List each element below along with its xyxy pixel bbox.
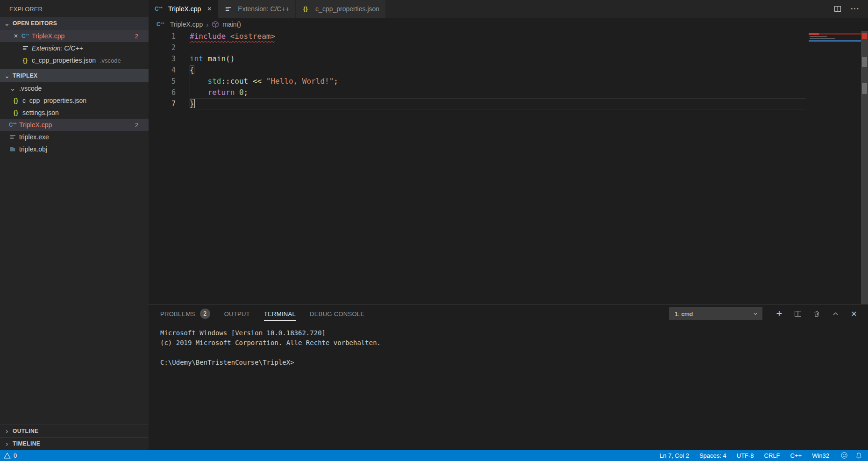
chevron-down-icon: ⌄ <box>3 73 11 78</box>
new-terminal-icon[interactable]: + <box>770 307 789 320</box>
line-number: 3 <box>149 53 176 65</box>
code-line[interactable]: 1#include <iostream> <box>149 31 806 42</box>
split-terminal-icon[interactable] <box>789 307 807 320</box>
line-number: 2 <box>149 42 176 53</box>
code-line[interactable]: 6 return 0; <box>149 87 806 98</box>
kill-terminal-icon[interactable] <box>807 307 826 320</box>
timeline-label: TIMELINE <box>13 440 40 447</box>
sidebar-bottom-sections: › OUTLINE › TIMELINE <box>0 425 149 450</box>
status-encoding[interactable]: UTF-8 <box>737 452 754 459</box>
problems-status[interactable]: 0 <box>4 452 17 459</box>
panel-tab-terminal[interactable]: TERMINAL <box>264 304 296 323</box>
outline-label: OUTLINE <box>13 428 38 434</box>
line-number: 5 <box>149 76 176 87</box>
status-eol[interactable]: CRLF <box>764 452 780 459</box>
file-name: c_cpp_properties.json <box>22 97 86 104</box>
feedback-smiley-icon[interactable] <box>840 452 848 459</box>
symbol-cube-icon <box>212 21 219 28</box>
panel-header: PROBLEMS2OUTPUTTERMINALDEBUG CONSOLE 1: … <box>149 304 868 323</box>
tab-label: TripleX.cpp <box>168 5 201 13</box>
tree-file[interactable]: triplex.exe <box>0 131 149 143</box>
editor-tab[interactable]: Extension: C/C++ <box>218 0 296 18</box>
timeline-section[interactable]: › TIMELINE <box>0 437 149 450</box>
status-indentation[interactable]: Spaces: 4 <box>699 452 726 459</box>
line-content: } <box>176 98 195 109</box>
code-line[interactable]: 2 <box>149 42 806 53</box>
bottom-panel: PROBLEMS2OUTPUTTERMINALDEBUG CONSOLE 1: … <box>149 304 868 450</box>
status-bar: 0 Ln 7, Col 2Spaces: 4UTF-8CRLFC++Win32 <box>0 450 868 461</box>
cpp-file-icon: C++ <box>155 6 162 12</box>
breadcrumb: C++ TripleX.cpp › main() <box>149 18 868 31</box>
open-editor-item[interactable]: ✕C++TripleX.cpp2 <box>0 30 149 42</box>
file-path-hint: .vscode <box>100 57 121 64</box>
outline-section[interactable]: › OUTLINE <box>0 425 149 437</box>
overview-ruler[interactable] <box>861 31 868 304</box>
cpp-file-icon: C++ <box>21 33 29 39</box>
close-icon[interactable]: ✕ <box>13 33 19 39</box>
code-line[interactable]: 5 std::cout << "Hello, World!"; <box>149 76 806 87</box>
tree-folder[interactable]: ⌄.vscode <box>0 82 149 94</box>
editor-area: C++TripleX.cpp✕Extension: C/C++{}c_cpp_p… <box>149 0 868 450</box>
maximize-panel-icon[interactable] <box>826 307 845 320</box>
problems-count-badge: 2 <box>200 309 210 319</box>
open-editors-list: ✕C++TripleX.cpp2✕Extension: C/C++✕{}c_cp… <box>0 30 149 66</box>
code-line[interactable]: 4{ <box>149 65 806 76</box>
code-line[interactable]: 3int main() <box>149 53 806 65</box>
terminal-line: (c) 2019 Microsoft Corporation. Alle Rec… <box>160 338 868 348</box>
chevron-right-icon: › <box>4 440 10 447</box>
json-file-icon: {} <box>302 6 309 12</box>
line-content: int main() <box>176 53 235 65</box>
chevron-down-icon: ⌄ <box>9 86 16 91</box>
panel-tab-debug-console[interactable]: DEBUG CONSOLE <box>310 304 364 323</box>
exe-file-icon <box>9 134 16 141</box>
tab-bar: C++TripleX.cpp✕Extension: C/C++{}c_cpp_p… <box>149 0 868 18</box>
tree-file[interactable]: triplex.obj <box>0 143 149 155</box>
panel-tab-problems[interactable]: PROBLEMS2 <box>160 304 210 323</box>
close-icon[interactable]: ✕ <box>207 6 212 12</box>
terminal-line <box>160 348 868 358</box>
breadcrumb-file[interactable]: TripleX.cpp <box>170 21 203 28</box>
warning-count: 0 <box>14 452 17 459</box>
terminal-line: C:\Udemy\BenTristenCourse\TripleX> <box>160 358 868 367</box>
code-editor[interactable]: 1#include <iostream>23int main()4{5 std:… <box>149 31 868 304</box>
more-actions-icon[interactable]: ··· <box>851 5 860 13</box>
indent-guide <box>190 76 190 98</box>
json-file-icon: {} <box>12 97 20 104</box>
tree-file[interactable]: {}c_cpp_properties.json <box>0 94 149 107</box>
minimap[interactable] <box>809 31 861 87</box>
open-editor-item[interactable]: ✕Extension: C/C++ <box>0 42 149 54</box>
status-language[interactable]: C++ <box>790 452 802 459</box>
list-file-icon <box>224 6 232 13</box>
open-editor-item[interactable]: ✕{}c_cpp_properties.json.vscode <box>0 54 149 66</box>
explorer-sidebar: EXPLORER ⌄ OPEN EDITORS ✕C++TripleX.cpp2… <box>0 0 149 450</box>
line-content <box>176 42 190 53</box>
file-name: TripleX.cpp <box>32 32 64 40</box>
chevron-down-icon: ⌄ <box>3 21 11 26</box>
code-line[interactable]: 7} <box>149 98 806 109</box>
line-content: #include <iostream> <box>176 31 275 42</box>
terminal-line: Microsoft Windows [Version 10.0.18362.72… <box>160 328 868 338</box>
line-number: 1 <box>149 31 176 42</box>
panel-tab-label: OUTPUT <box>224 310 250 317</box>
open-editors-header[interactable]: ⌄ OPEN EDITORS <box>0 17 149 30</box>
chevron-right-icon: › <box>4 427 10 435</box>
status-platform[interactable]: Win32 <box>812 452 829 459</box>
panel-tab-output[interactable]: OUTPUT <box>224 304 250 323</box>
notifications-bell-icon[interactable] <box>855 452 862 459</box>
editor-tab[interactable]: C++TripleX.cpp✕ <box>149 0 218 18</box>
vscode-window: EXPLORER ⌄ OPEN EDITORS ✕C++TripleX.cpp2… <box>0 0 868 461</box>
terminal-picker[interactable]: 1: cmd <box>669 307 762 320</box>
split-editor-icon[interactable] <box>834 5 841 13</box>
terminal-output[interactable]: Microsoft Windows [Version 10.0.18362.72… <box>149 323 868 367</box>
terminal-picker-value: 1: cmd <box>675 310 693 317</box>
tab-label: Extension: C/C++ <box>238 5 289 13</box>
panel-tab-label: DEBUG CONSOLE <box>310 310 364 317</box>
workspace-folder-header[interactable]: ⌄ TRIPLEX <box>0 69 149 82</box>
tree-file[interactable]: {}settings.json <box>0 107 149 119</box>
status-line-col[interactable]: Ln 7, Col 2 <box>660 452 689 459</box>
cpp-file-icon: C++ <box>157 21 164 28</box>
close-panel-icon[interactable]: ✕ <box>845 307 863 320</box>
editor-tab[interactable]: {}c_cpp_properties.json <box>296 0 386 18</box>
breadcrumb-symbol[interactable]: main() <box>222 21 241 28</box>
tree-file[interactable]: C++TripleX.cpp2 <box>0 119 149 131</box>
